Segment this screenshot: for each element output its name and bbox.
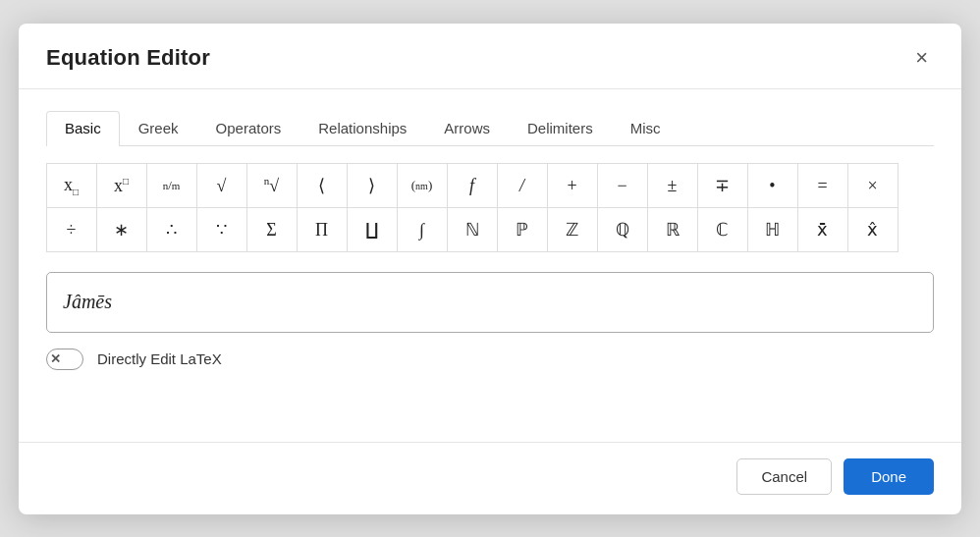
sym-sqrt[interactable]: √ [196,163,247,208]
sym-complex[interactable]: ℂ [697,207,748,252]
sym-equals[interactable]: = [797,163,848,208]
dialog-title: Equation Editor [46,45,210,71]
sym-x-hat[interactable]: x̂ [847,207,898,252]
sym-asterisk[interactable]: ∗ [96,207,147,252]
tab-operators[interactable]: Operators [197,111,300,146]
tab-delimiters[interactable]: Delimiters [509,111,612,146]
sym-italic-f[interactable]: f [447,163,498,208]
sym-because[interactable]: ∵ [196,207,247,252]
sym-plus-minus[interactable]: ± [647,163,698,208]
equation-editor-dialog: Equation Editor × Basic Greek Operators … [19,24,961,514]
equation-input[interactable]: Jâmēs [46,272,934,333]
sym-italic-slash[interactable]: / [497,163,548,208]
tab-relationships[interactable]: Relationships [299,111,425,146]
symbols-grid: x□ x□ n/m √ n√ ⟨ ⟩ (nm) f / + − ± ∓ • = … [46,164,934,252]
sym-coproduct[interactable]: ∐ [347,207,398,252]
sym-bullet[interactable]: • [747,163,798,208]
sym-rationals[interactable]: ℚ [597,207,648,252]
tab-bar: Basic Greek Operators Relationships Arro… [46,111,934,146]
close-button[interactable]: × [909,45,934,71]
dialog-body: Basic Greek Operators Relationships Arro… [19,89,961,424]
equation-content: Jâmēs [63,291,112,313]
sym-primes[interactable]: ℙ [497,207,548,252]
sym-fraction[interactable]: n/m [146,163,197,208]
sym-x-bar[interactable]: x̄ [797,207,848,252]
sym-pi-product[interactable]: Π [297,207,348,252]
tab-arrows[interactable]: Arrows [425,111,509,146]
sym-therefore[interactable]: ∴ [146,207,197,252]
latex-toggle-label: Directly Edit LaTeX [97,350,222,367]
sym-plus[interactable]: + [547,163,598,208]
sym-right-angle[interactable]: ⟩ [347,163,398,208]
sym-left-angle[interactable]: ⟨ [297,163,348,208]
sym-sigma[interactable]: Σ [246,207,298,252]
sym-x-superscript[interactable]: x□ [96,163,147,208]
sym-divide[interactable]: ÷ [46,207,97,252]
cancel-button[interactable]: Cancel [736,458,832,495]
tab-misc[interactable]: Misc [612,111,680,146]
sym-naturals[interactable]: ℕ [447,207,498,252]
sym-quaternions[interactable]: ℍ [747,207,798,252]
sym-reals[interactable]: ℝ [647,207,698,252]
sym-minus[interactable]: − [597,163,648,208]
toggle-x-icon: ✕ [50,352,61,365]
latex-toggle-row: ✕ Directly Edit LaTeX [46,349,934,370]
tab-basic[interactable]: Basic [46,111,120,146]
done-button[interactable]: Done [844,458,934,495]
sym-n-choose-m[interactable]: (nm) [397,163,448,208]
tab-greek[interactable]: Greek [120,111,197,146]
dialog-header: Equation Editor × [19,24,961,89]
sym-integral[interactable]: ∫ [397,207,448,252]
sym-integers[interactable]: ℤ [547,207,598,252]
symbols-row-1: x□ x□ n/m √ n√ ⟨ ⟩ (nm) f / + − ± ∓ • = … [46,164,934,208]
sym-minus-plus[interactable]: ∓ [697,163,748,208]
sym-times[interactable]: × [847,163,898,208]
symbols-row-2: ÷ ∗ ∴ ∵ Σ Π ∐ ∫ ℕ ℙ ℤ ℚ ℝ ℂ ℍ x̄ x̂ [46,208,934,252]
sym-x-subscript[interactable]: x□ [46,163,97,208]
sym-nth-root[interactable]: n√ [246,163,298,208]
dialog-footer: Cancel Done [19,442,961,514]
latex-toggle-button[interactable]: ✕ [46,349,83,370]
